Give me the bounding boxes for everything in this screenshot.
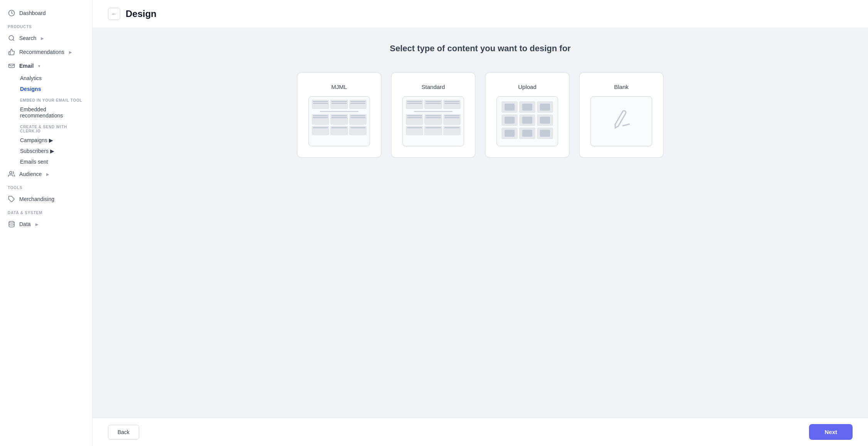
- card-mjml-visual: [308, 96, 370, 146]
- main-content: ← Design Select type of content you want…: [93, 0, 868, 446]
- tag-icon: [8, 195, 15, 203]
- embedded-recommendations-label: Embedded recommendations: [20, 106, 84, 119]
- merchandising-label: Merchandising: [19, 196, 54, 202]
- content-heading: Select type of content you want to desig…: [390, 44, 570, 54]
- sidebar-item-merchandising[interactable]: Merchandising: [0, 192, 92, 206]
- audience-label: Audience: [19, 171, 42, 177]
- email-icon: [8, 62, 15, 70]
- sidebar-dashboard[interactable]: Dashboard: [0, 6, 92, 20]
- page-header: ← Design: [93, 0, 868, 28]
- content-area: Select type of content you want to desig…: [93, 28, 868, 417]
- subscribers-label: Subscribers: [20, 148, 49, 154]
- sidebar-sub-campaigns[interactable]: Campaigns ▶: [0, 135, 92, 146]
- card-standard-visual: [402, 96, 464, 146]
- subscribers-chevron: ▶: [50, 148, 54, 154]
- sidebar-item-email[interactable]: Email ▾: [0, 59, 92, 73]
- sidebar-item-search[interactable]: Search ▶: [0, 31, 92, 45]
- email-chevron: ▾: [38, 64, 40, 68]
- analytics-label: Analytics: [20, 75, 42, 81]
- card-mjml-label: MJML: [331, 84, 347, 90]
- back-arrow-icon: ←: [111, 11, 117, 17]
- search-label: Search: [19, 35, 36, 41]
- page-footer: Back Next: [93, 417, 868, 446]
- page-title: Design: [126, 8, 156, 19]
- embed-section-label: EMBED IN YOUR EMAIL TOOL: [0, 94, 92, 104]
- next-button[interactable]: Next: [809, 424, 853, 440]
- search-icon: [8, 34, 15, 42]
- card-standard[interactable]: Standard: [391, 72, 476, 158]
- back-button[interactable]: Back: [108, 425, 139, 439]
- create-send-section-label: CREATE & SEND WITH CLERK.IO: [0, 121, 92, 135]
- email-label: Email: [19, 63, 34, 69]
- card-blank-label: Blank: [614, 84, 629, 90]
- campaigns-chevron: ▶: [49, 137, 53, 143]
- campaigns-label: Campaigns: [20, 137, 47, 143]
- sidebar-sub-analytics[interactable]: Analytics: [0, 73, 92, 84]
- section-tools: TOOLS: [0, 181, 92, 192]
- sidebar-item-recommendations[interactable]: Recommendations ▶: [0, 45, 92, 59]
- card-blank-visual: [590, 96, 652, 146]
- card-upload-visual: [496, 96, 558, 146]
- card-blank[interactable]: Blank: [579, 72, 664, 158]
- svg-point-4: [9, 221, 14, 223]
- database-icon: [8, 220, 15, 228]
- svg-point-1: [9, 35, 13, 40]
- recommendations-chevron: ▶: [69, 50, 72, 54]
- audience-chevron: ▶: [46, 172, 49, 176]
- sidebar-item-data[interactable]: Data ▶: [0, 217, 92, 231]
- card-upload-label: Upload: [518, 84, 537, 90]
- recommendations-label: Recommendations: [19, 49, 64, 55]
- header-back-button[interactable]: ←: [108, 8, 120, 20]
- section-products: PRODUCTS: [0, 20, 92, 31]
- dashboard-icon: [8, 9, 15, 17]
- data-chevron: ▶: [35, 222, 39, 226]
- design-cards-row: MJML: [297, 72, 664, 158]
- card-mjml[interactable]: MJML: [297, 72, 382, 158]
- sidebar-sub-subscribers[interactable]: Subscribers ▶: [0, 146, 92, 156]
- sidebar: Dashboard PRODUCTS Search ▶ Recommendati…: [0, 0, 93, 446]
- audience-icon: [8, 170, 15, 178]
- sidebar-sub-designs[interactable]: Designs: [0, 84, 92, 94]
- thumbsup-icon: [8, 48, 15, 56]
- sidebar-sub-emails-sent[interactable]: Emails sent: [0, 156, 92, 167]
- data-label: Data: [19, 221, 31, 227]
- pencil-icon: [609, 107, 634, 136]
- designs-label: Designs: [20, 86, 41, 92]
- dashboard-label: Dashboard: [19, 10, 46, 16]
- card-standard-label: Standard: [422, 84, 445, 90]
- svg-point-2: [10, 171, 12, 174]
- search-chevron: ▶: [41, 36, 44, 40]
- emails-sent-label: Emails sent: [20, 159, 48, 165]
- sidebar-item-audience[interactable]: Audience ▶: [0, 167, 92, 181]
- section-data-system: DATA & SYSTEM: [0, 206, 92, 217]
- sidebar-sub-embedded-recommendations[interactable]: Embedded recommendations: [0, 104, 92, 121]
- card-upload[interactable]: Upload: [485, 72, 570, 158]
